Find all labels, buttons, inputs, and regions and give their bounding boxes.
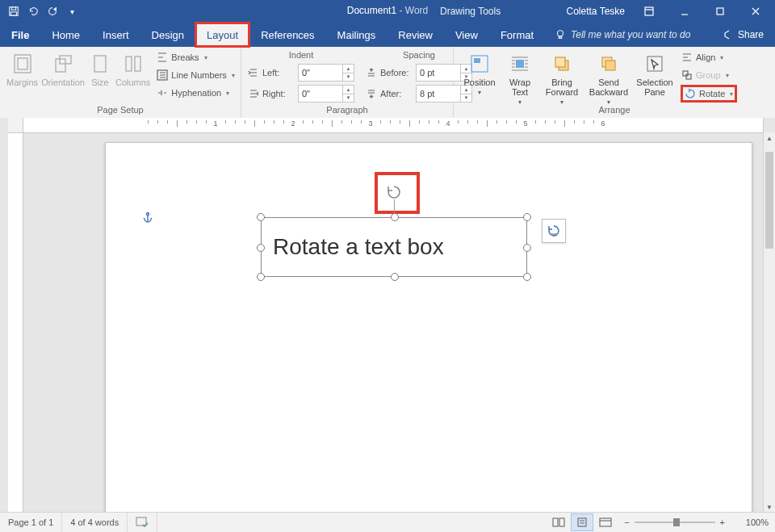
tab-view[interactable]: View (444, 23, 489, 47)
document-page[interactable]: Rotate a text box (105, 142, 752, 513)
vertical-ruler[interactable] (8, 132, 23, 513)
zoom-value[interactable]: 100% (733, 517, 769, 527)
svg-rect-11 (126, 57, 132, 71)
tab-home[interactable]: Home (40, 23, 91, 47)
undo-icon[interactable] (24, 2, 42, 20)
rotate-icon (386, 184, 402, 200)
group-arrange: Position▾ Wrap Text▾ Bring Forward▾ Send… (454, 47, 775, 118)
zoom-slider[interactable]: − + (624, 517, 725, 527)
columns-button[interactable]: Columns (115, 50, 150, 87)
rotate-button[interactable]: Rotate▾ (681, 86, 736, 102)
svg-rect-3 (645, 7, 653, 15)
ribbon-display-options-icon[interactable] (633, 0, 665, 23)
contextual-tab-label: Drawing Tools (440, 0, 501, 23)
wrap-text-button[interactable]: Wrap Text▾ (502, 50, 538, 106)
group-label-paragraph: Paragraph (248, 105, 446, 116)
selection-pane-button[interactable]: Selection Pane (635, 50, 675, 97)
redo-icon[interactable] (44, 2, 61, 20)
size-button[interactable]: Size (88, 50, 112, 87)
svg-rect-18 (555, 57, 565, 67)
resize-handle-tr[interactable] (523, 213, 531, 221)
share-button[interactable]: Share (709, 23, 775, 47)
share-label: Share (738, 29, 764, 40)
position-icon (467, 52, 492, 76)
position-button[interactable]: Position▾ (460, 50, 499, 96)
hyphenation-button[interactable]: Hyphenation▾ (157, 86, 234, 100)
tab-insert[interactable]: Insert (91, 23, 140, 47)
orientation-icon (51, 52, 75, 76)
ribbon-tabs: File Home Insert Design Layout Reference… (0, 23, 775, 47)
tab-review[interactable]: Review (387, 23, 444, 47)
zoom-track[interactable] (635, 522, 715, 523)
textbox[interactable]: Rotate a text box (261, 217, 527, 277)
resize-handle-mr[interactable] (523, 244, 531, 252)
scroll-down-icon[interactable]: ▼ (764, 501, 775, 513)
indent-right-icon (248, 88, 259, 99)
scrollbar-thumb[interactable] (765, 152, 773, 249)
view-print-layout[interactable] (571, 513, 593, 531)
tab-layout[interactable]: Layout (195, 23, 249, 47)
zoom-thumb[interactable] (673, 518, 680, 526)
indent-right-input[interactable]: ▲▼ (298, 85, 354, 103)
breaks-button[interactable]: Breaks▾ (157, 50, 234, 65)
indent-left-row: Left: ▲▼ (248, 65, 354, 81)
wrap-text-icon (508, 52, 532, 76)
zoom-out-icon[interactable]: − (624, 517, 629, 527)
line-numbers-button[interactable]: Line Numbers▾ (157, 68, 234, 82)
svg-point-5 (558, 31, 563, 36)
resize-handle-bl[interactable] (257, 273, 265, 281)
tab-file[interactable]: File (0, 23, 40, 47)
svg-rect-26 (553, 518, 558, 526)
svg-rect-6 (15, 55, 31, 73)
status-page[interactable]: Page 1 of 1 (0, 513, 62, 532)
horizontal-ruler[interactable]: 123456 (23, 118, 764, 133)
breaks-icon (157, 52, 168, 63)
view-read-mode[interactable] (548, 514, 569, 530)
close-button[interactable] (739, 0, 772, 23)
svg-rect-27 (559, 518, 564, 526)
tab-format[interactable]: Format (489, 23, 545, 47)
textbox-text: Rotate a text box (273, 234, 444, 260)
maximize-button[interactable] (704, 0, 736, 23)
resize-handle-br[interactable] (523, 273, 531, 281)
zoom-in-icon[interactable]: + (720, 517, 725, 527)
resize-handle-bm[interactable] (391, 273, 399, 281)
resize-handle-tl[interactable] (257, 213, 265, 221)
qat-customize-icon[interactable]: ▾ (63, 2, 81, 20)
indent-left-input[interactable]: ▲▼ (298, 64, 354, 82)
svg-rect-16 (516, 60, 524, 68)
selection-pane-icon (643, 52, 667, 76)
minimize-button[interactable] (668, 0, 701, 23)
align-icon (681, 52, 693, 63)
spellcheck-icon (136, 517, 149, 528)
resize-handle-ml[interactable] (257, 244, 265, 252)
layout-options-button[interactable] (542, 219, 566, 243)
view-web-layout[interactable] (595, 514, 616, 530)
size-icon (88, 52, 112, 76)
anchor-icon (142, 212, 153, 225)
document-area: 123456 ▲ ▼ Rotate a text box (0, 118, 775, 513)
svg-rect-2 (11, 12, 17, 15)
align-button[interactable]: Align▾ (681, 50, 736, 65)
orientation-button[interactable]: Orientation (41, 50, 85, 87)
resize-handle-tm[interactable] (391, 213, 399, 221)
user-name: Coletta Teske (567, 6, 626, 17)
textbox-selection[interactable]: Rotate a text box (261, 217, 527, 277)
tell-me-search[interactable]: Tell me what you want to do (555, 23, 690, 47)
svg-rect-12 (135, 57, 140, 71)
svg-rect-4 (717, 8, 723, 15)
bring-forward-button[interactable]: Bring Forward▾ (541, 50, 583, 106)
tab-mailings[interactable]: Mailings (326, 23, 388, 47)
tab-references[interactable]: References (249, 23, 325, 47)
save-icon[interactable] (5, 2, 23, 20)
columns-icon (121, 52, 145, 76)
margins-button[interactable]: Margins (6, 50, 38, 87)
send-backward-button[interactable]: Send Backward▾ (586, 50, 631, 106)
scroll-up-icon[interactable]: ▲ (764, 132, 775, 144)
title-bar: ▾ Document1 - Word Drawing Tools Coletta… (0, 0, 775, 23)
status-spellcheck[interactable] (128, 513, 157, 532)
group-button[interactable]: Group▾ (681, 68, 736, 82)
tab-design[interactable]: Design (140, 23, 195, 47)
status-words[interactable]: 4 of 4 words (62, 513, 128, 532)
vertical-scrollbar[interactable]: ▲ ▼ (763, 132, 775, 513)
